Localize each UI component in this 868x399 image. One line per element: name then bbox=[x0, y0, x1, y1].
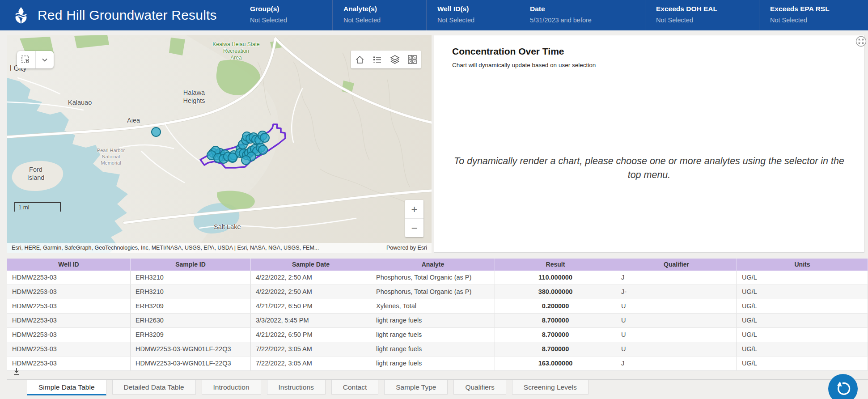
column-header-well-id[interactable]: Well ID bbox=[7, 259, 131, 271]
well-marker[interactable] bbox=[152, 127, 161, 136]
cell-sample-date: 4/21/2022, 6:50 PM bbox=[251, 299, 371, 313]
results-table: Well IDSample IDSample DateAnalyteResult… bbox=[7, 259, 868, 371]
well-marker[interactable] bbox=[258, 145, 267, 154]
tab-qualifiers[interactable]: Qualifiers bbox=[453, 380, 506, 395]
map-panel[interactable]: l CityKalauaoAieaHalawa HeightsPearl Har… bbox=[7, 35, 432, 253]
cell-units: UG/L bbox=[737, 299, 868, 313]
chart-panel: Concentration Over Time Chart will dynam… bbox=[434, 35, 864, 253]
cell-analyte: light range fuels bbox=[371, 314, 495, 327]
filter-exceeds-epa-rsl[interactable]: Exceeds EPA RSLNot Selected bbox=[759, 0, 868, 30]
filter-label: Analyte(s) bbox=[343, 5, 426, 13]
table-body: HDMW2253-03ERH32104/22/2022, 2:50 AMPhos… bbox=[7, 271, 868, 371]
filter-label: Exceeds EPA RSL bbox=[770, 5, 868, 13]
map-label-aiea: Aiea bbox=[127, 116, 140, 124]
tab-contact[interactable]: Contact bbox=[331, 380, 378, 395]
zoom-out-button[interactable]: − bbox=[405, 219, 423, 237]
column-header-analyte[interactable]: Analyte bbox=[371, 259, 495, 271]
filter-well-id-s[interactable]: Well ID(s)Not Selected bbox=[426, 0, 519, 30]
table-row[interactable]: HDMW2253-03ERH32094/21/2022, 6:50 PMXyle… bbox=[7, 299, 868, 314]
cell-units: UG/L bbox=[737, 314, 868, 327]
table-row[interactable]: HDMW2253-03HDMW2253-03-WGN01LF-22Q37/22/… bbox=[7, 342, 868, 357]
filter-value: Not Selected bbox=[250, 17, 332, 24]
home-button[interactable] bbox=[351, 51, 368, 68]
header-filters: Group(s)Not SelectedAnalyte(s)Not Select… bbox=[239, 0, 868, 30]
cell-well-id: HDMW2253-03 bbox=[7, 342, 131, 356]
header-bar: Red Hill Groundwater Results Group(s)Not… bbox=[0, 0, 868, 30]
map-label-ford: Ford Island bbox=[27, 166, 45, 182]
cell-well-id: HDMW2253-03 bbox=[7, 328, 131, 342]
filter-value: Not Selected bbox=[656, 17, 759, 24]
cell-sample-id: ERH2630 bbox=[131, 314, 251, 327]
cell-sample-date: 7/22/2022, 3:05 AM bbox=[251, 342, 371, 356]
column-header-sample-date[interactable]: Sample Date bbox=[251, 259, 371, 271]
well-marker[interactable] bbox=[241, 156, 250, 165]
filter-value: Not Selected bbox=[770, 17, 868, 24]
reset-icon bbox=[834, 380, 852, 398]
column-header-result[interactable]: Result bbox=[495, 259, 616, 271]
tab-screening-levels[interactable]: Screening Levels bbox=[512, 380, 589, 395]
filter-date[interactable]: Date5/31/2023 and before bbox=[519, 0, 645, 30]
filter-value: 5/31/2023 and before bbox=[530, 17, 645, 24]
cell-qualifier: J bbox=[616, 357, 737, 370]
map-scalebar: 1 mi bbox=[14, 202, 61, 212]
cell-well-id: HDMW2253-03 bbox=[7, 271, 131, 284]
table-row[interactable]: HDMW2253-03ERH32094/21/2022, 6:50 PMligh… bbox=[7, 328, 868, 342]
tab-bar: Simple Data TableDetailed Data TableIntr… bbox=[7, 379, 868, 399]
map-attribution: Esri, HERE, Garmin, SafeGraph, GeoTechno… bbox=[7, 243, 432, 253]
select-tool-button[interactable] bbox=[17, 51, 35, 68]
filter-analyte-s[interactable]: Analyte(s)Not Selected bbox=[332, 0, 426, 30]
cell-analyte: Phosphorus, Total Organic (as P) bbox=[371, 285, 495, 299]
app-logo-icon bbox=[12, 6, 30, 25]
table-row[interactable]: HDMW2253-03ERH32104/22/2022, 2:50 AMPhos… bbox=[7, 285, 868, 299]
tab-instructions[interactable]: Instructions bbox=[267, 380, 326, 395]
cell-qualifier: J bbox=[616, 271, 737, 284]
layers-button[interactable] bbox=[386, 51, 403, 68]
reset-button[interactable] bbox=[828, 374, 858, 399]
page-title: Red Hill Groundwater Results bbox=[38, 8, 217, 23]
map-zoom-control: + − bbox=[405, 200, 423, 237]
cell-units: UG/L bbox=[737, 342, 868, 356]
map-label-pearl-harbor: Pearl Harbor National Memorial bbox=[97, 148, 125, 166]
tab-simple-data-table[interactable]: Simple Data Table bbox=[27, 379, 106, 395]
map-label-kalauao: Kalauao bbox=[68, 98, 92, 106]
table-row[interactable]: HDMW2253-03ERH26303/3/2022, 5:45 PMlight… bbox=[7, 314, 868, 328]
table-row[interactable]: HDMW2253-03ERH32104/22/2022, 2:50 AMPhos… bbox=[7, 271, 868, 285]
filter-label: Well ID(s) bbox=[437, 5, 519, 13]
tab-introduction[interactable]: Introduction bbox=[202, 380, 261, 395]
attribution-text: Esri, HERE, Garmin, SafeGraph, GeoTechno… bbox=[12, 245, 319, 251]
cell-qualifier: U bbox=[616, 314, 737, 327]
legend-button[interactable] bbox=[368, 51, 386, 68]
home-icon bbox=[355, 55, 364, 64]
select-tool-dropdown[interactable] bbox=[36, 51, 54, 68]
chart-placeholder-message: To dynamically render a chart, please ch… bbox=[447, 154, 851, 182]
map-label-salt-lake: Salt Lake bbox=[214, 223, 241, 231]
column-header-units[interactable]: Units bbox=[737, 259, 868, 271]
expand-icon bbox=[855, 36, 867, 47]
tab-detailed-data-table[interactable]: Detailed Data Table bbox=[112, 380, 196, 395]
column-header-qualifier[interactable]: Qualifier bbox=[616, 259, 737, 271]
cell-result: 380.000000 bbox=[495, 285, 616, 299]
powered-by-esri: Powered by Esri bbox=[380, 245, 427, 251]
brand: Red Hill Groundwater Results bbox=[0, 0, 239, 30]
map-label-keaiwa-heiau-state: Keaiwa Heiau State Recreation Area bbox=[212, 41, 259, 61]
cell-sample-date: 7/22/2022, 3:05 AM bbox=[251, 357, 371, 370]
basemap-button[interactable] bbox=[403, 51, 421, 68]
cell-result: 110.000000 bbox=[495, 271, 616, 284]
download-button[interactable] bbox=[13, 368, 21, 377]
tab-sample-type[interactable]: Sample Type bbox=[384, 380, 448, 395]
cell-analyte: light range fuels bbox=[371, 342, 495, 356]
cell-sample-date: 4/21/2022, 6:50 PM bbox=[251, 328, 371, 342]
cell-result: 8.700000 bbox=[495, 328, 616, 342]
cell-units: UG/L bbox=[737, 328, 868, 342]
table-row[interactable]: HDMW2253-03HDMW2253-03-WGN01LF-22Q37/22/… bbox=[7, 357, 868, 371]
column-header-sample-id[interactable]: Sample ID bbox=[131, 259, 251, 271]
download-icon bbox=[13, 368, 21, 376]
expand-panel-button[interactable] bbox=[855, 36, 867, 47]
well-marker[interactable] bbox=[228, 153, 237, 162]
zoom-in-button[interactable]: + bbox=[405, 200, 423, 218]
filter-group-s[interactable]: Group(s)Not Selected bbox=[239, 0, 332, 30]
filter-label: Date bbox=[530, 5, 645, 13]
well-marker[interactable] bbox=[260, 133, 269, 142]
cell-sample-id: HDMW2253-03-WGN01LF-22Q3 bbox=[131, 357, 251, 370]
filter-exceeds-doh-eal[interactable]: Exceeds DOH EALNot Selected bbox=[645, 0, 759, 30]
